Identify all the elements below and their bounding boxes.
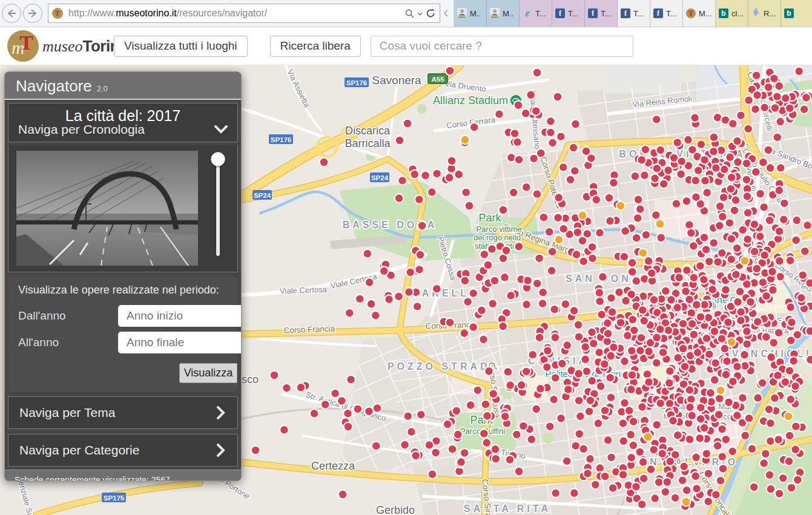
poi-marker[interactable]: [721, 435, 730, 444]
poi-marker[interactable]: [687, 229, 696, 238]
poi-marker[interactable]: [616, 318, 626, 327]
poi-marker[interactable]: [789, 356, 798, 366]
address-bar[interactable]: T http://www.museotorino.it/resources/na…: [48, 4, 440, 23]
poi-marker[interactable]: [566, 175, 575, 185]
poi-marker[interactable]: [656, 146, 665, 155]
poi-marker[interactable]: [579, 257, 588, 266]
poi-marker[interactable]: [748, 444, 757, 453]
poi-marker[interactable]: [621, 297, 630, 306]
poi-marker[interactable]: [509, 188, 518, 197]
poi-marker[interactable]: [601, 472, 610, 481]
poi-marker[interactable]: [649, 445, 658, 454]
poi-marker[interactable]: [694, 166, 703, 175]
poi-marker[interactable]: [688, 320, 697, 329]
poi-marker[interactable]: [621, 226, 630, 235]
poi-marker[interactable]: [685, 435, 695, 444]
poi-marker[interactable]: [596, 382, 606, 391]
poi-marker[interactable]: [759, 459, 768, 468]
poi-marker[interactable]: [432, 284, 441, 294]
poi-marker[interactable]: [673, 303, 682, 312]
poi-marker[interactable]: [692, 453, 701, 462]
poi-marker[interactable]: [270, 371, 279, 380]
poi-marker[interactable]: [535, 333, 544, 343]
poi-marker[interactable]: [570, 166, 579, 175]
poi-marker[interactable]: [682, 497, 691, 507]
poi-marker[interactable]: [750, 220, 759, 229]
poi-marker[interactable]: [705, 257, 714, 266]
poi-marker[interactable]: [727, 338, 736, 347]
poi-marker[interactable]: [781, 378, 790, 387]
poi-marker[interactable]: [452, 407, 461, 416]
poi-marker[interactable]: [781, 94, 790, 103]
browser-tab[interactable]: M..: [487, 0, 520, 27]
poi-marker[interactable]: [477, 306, 486, 315]
poi-marker[interactable]: [331, 389, 340, 398]
poi-marker[interactable]: [321, 400, 330, 409]
poi-marker[interactable]: [638, 500, 647, 509]
poi-marker[interactable]: [633, 214, 642, 223]
poi-marker[interactable]: [526, 91, 535, 100]
poi-marker[interactable]: [482, 438, 491, 447]
poi-marker[interactable]: [664, 166, 673, 175]
poi-marker[interactable]: [692, 192, 701, 202]
poi-marker[interactable]: [721, 286, 730, 295]
section-cronologia-header[interactable]: La città del: 2017 Naviga per Cronologia: [8, 103, 238, 142]
poi-marker[interactable]: [767, 485, 776, 494]
poi-marker[interactable]: [427, 188, 437, 197]
poi-marker[interactable]: [510, 129, 520, 138]
year-slider-thumb[interactable]: [211, 152, 225, 166]
poi-marker[interactable]: [553, 214, 563, 223]
poi-marker[interactable]: [445, 173, 454, 182]
poi-marker[interactable]: [579, 444, 588, 453]
poi-marker[interactable]: [803, 221, 812, 230]
year-slider[interactable]: [208, 151, 228, 266]
poi-marker[interactable]: [656, 220, 665, 229]
poi-marker[interactable]: [728, 447, 737, 456]
poi-marker[interactable]: [418, 221, 427, 231]
browser-tab[interactable]: R...: [748, 0, 781, 27]
poi-marker[interactable]: [802, 93, 811, 102]
poi-marker[interactable]: [774, 186, 784, 195]
poi-marker[interactable]: [484, 367, 493, 376]
poi-marker[interactable]: [741, 431, 750, 440]
poi-marker[interactable]: [760, 251, 769, 260]
poi-marker[interactable]: [681, 287, 690, 296]
poi-marker[interactable]: [718, 334, 727, 343]
poi-marker[interactable]: [586, 454, 595, 464]
poi-marker[interactable]: [656, 233, 665, 242]
poi-marker[interactable]: [682, 197, 692, 206]
poi-marker[interactable]: [632, 234, 641, 243]
poi-marker[interactable]: [636, 346, 645, 355]
poi-marker[interactable]: [346, 375, 355, 384]
poi-marker[interactable]: [398, 176, 407, 185]
poi-marker[interactable]: [481, 400, 490, 409]
poi-marker[interactable]: [297, 383, 306, 392]
poi-marker[interactable]: [751, 168, 761, 177]
poi-marker[interactable]: [632, 277, 641, 286]
poi-marker[interactable]: [779, 215, 788, 224]
poi-marker[interactable]: [607, 453, 616, 462]
poi-marker[interactable]: [701, 176, 710, 185]
poi-marker[interactable]: [461, 277, 470, 286]
browser-tab[interactable]: fT...: [618, 0, 650, 27]
poi-marker[interactable]: [550, 305, 559, 314]
poi-marker[interactable]: [607, 294, 616, 303]
poi-marker[interactable]: [752, 71, 761, 80]
poi-marker[interactable]: [483, 412, 492, 421]
back-button[interactable]: [2, 4, 21, 23]
poi-marker[interactable]: [448, 445, 457, 454]
poi-marker[interactable]: [454, 430, 463, 439]
poi-marker[interactable]: [469, 289, 478, 298]
poi-marker[interactable]: [484, 261, 493, 270]
poi-marker[interactable]: [367, 300, 376, 309]
poi-marker[interactable]: [403, 119, 412, 128]
poi-marker[interactable]: [791, 445, 800, 454]
poi-marker[interactable]: [787, 484, 796, 493]
poi-marker[interactable]: [554, 193, 563, 202]
poi-marker[interactable]: [639, 317, 649, 326]
poi-marker[interactable]: [282, 384, 291, 393]
poi-marker[interactable]: [753, 393, 762, 402]
poi-marker[interactable]: [715, 394, 724, 403]
poi-marker[interactable]: [575, 396, 584, 405]
poi-marker[interactable]: [638, 402, 647, 412]
